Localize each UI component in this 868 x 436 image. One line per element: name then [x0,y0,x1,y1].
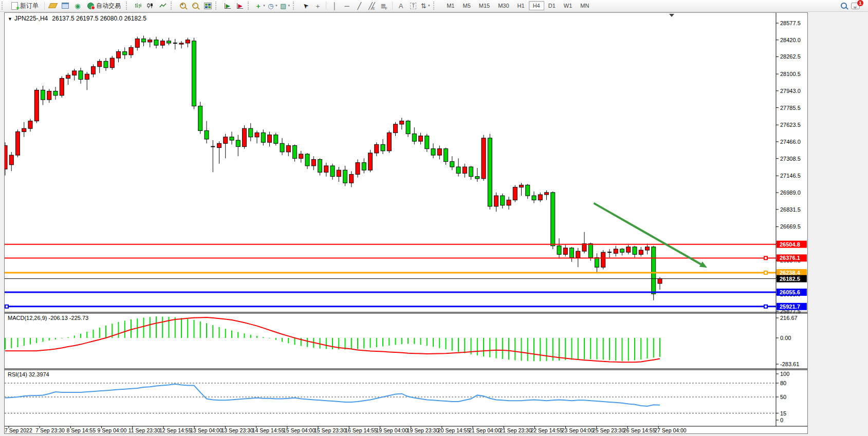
price-line-label: 25921.7 [780,304,800,310]
search-button[interactable] [838,1,850,10]
candle-body [513,187,517,200]
notifications-button[interactable]: 1 [850,1,868,10]
candle-body [192,41,196,106]
periods-icon: ◷ [268,3,273,9]
text-tool-button[interactable]: A [395,1,407,10]
timeframe-MN[interactable]: MN [576,1,593,10]
candle-body [406,121,410,134]
line-handle[interactable] [764,305,767,308]
new-order-button[interactable]: 新订单 [8,0,42,11]
auto-trading-button[interactable]: 自动交易 [84,0,124,11]
terminal-button[interactable] [59,1,71,10]
timeframe-M1[interactable]: M1 [442,1,458,10]
templates-button[interactable]: ▨▼ [279,1,291,10]
trend-arrow[interactable] [594,203,700,264]
templates-icon: ▨ [280,3,286,9]
candle-body [538,195,542,200]
candle-body [626,247,631,252]
chart-shift-marker[interactable] [669,14,674,17]
fibonacci-sub-label: F [385,7,387,10]
toolbar-grip[interactable] [126,2,130,10]
broadcast-button[interactable]: ◉ [71,1,84,10]
arrows-tool-button[interactable]: ⇅▼ [419,1,432,10]
toolbar-grip[interactable] [2,2,5,10]
candle-body [557,246,561,255]
candle-body [305,154,309,166]
candle-body [520,185,524,187]
candle-body [85,74,89,79]
vertical-line-button[interactable]: │ [328,1,341,10]
candle-body [488,138,492,206]
time-axis-label: 19 Sep 23:30 [407,427,439,433]
crosshair-button[interactable]: ＋ [311,1,324,10]
auto-scroll-button[interactable]: ▶ [221,1,234,10]
timeframe-toolbar: M1M5M15M30H1H4D1W1MN [442,1,593,10]
indicators-icon: ＋ [255,3,262,9]
candle-body [387,132,391,150]
time-axis-label: 9 Sep 04:00 [98,427,127,433]
candlestick-chart-button[interactable] [144,1,157,10]
candle-body [576,251,580,257]
timeframe-M30[interactable]: M30 [494,1,513,10]
time-axis-label: 26 Sep 14:55 [623,427,656,433]
chart-canvas[interactable]: 28577.528420.028262.528100.527943.027785… [5,13,807,433]
candle-body [582,244,586,252]
toolbar-grip[interactable] [293,2,297,10]
timeframe-H4[interactable]: H4 [529,1,544,10]
candle-body [394,124,398,133]
candle-body [117,52,121,58]
time-axis-label: 13 Sep 04:00 [190,427,223,433]
channel-button[interactable]: ╱╱E [365,1,378,10]
candle-body [72,71,77,75]
bar-chart-button[interactable] [132,1,144,10]
candle-body [280,143,284,152]
line-handle[interactable] [764,256,767,259]
time-axis-label: 14 Sep 14:55 [252,427,285,433]
candle-body [456,167,460,173]
toolbar-grip[interactable] [433,2,437,10]
time-axis-label: 12 Sep 14:55 [159,427,192,433]
tile-windows-icon [204,3,212,9]
text-label-button[interactable]: T [407,1,419,10]
chart-shift-button[interactable]: ▶ [234,1,246,10]
candle-body [236,140,240,146]
line-chart-button[interactable] [157,1,169,10]
candle-body [318,159,322,172]
market-watch-icon [48,3,58,8]
candle-body [570,248,574,258]
candle-body [142,39,146,42]
timeframe-M15[interactable]: M15 [475,1,494,10]
horizontal-line-button[interactable]: ─ [341,1,353,10]
toolbar-grip[interactable] [248,2,251,10]
zoom-out-button[interactable]: - [189,1,201,10]
toolbar-grip[interactable] [215,2,219,10]
zoom-in-button[interactable]: + [177,1,189,10]
timeframe-M5[interactable]: M5 [458,1,474,10]
line-handle[interactable] [5,305,8,308]
candle-body [79,71,83,80]
price-line-label: 26504.8 [780,241,800,248]
rsi-line [5,384,660,406]
search-icon [841,3,847,9]
timeframe-W1[interactable]: W1 [560,1,577,10]
tile-windows-button[interactable] [201,1,214,10]
trendline-button[interactable]: ╱ [353,1,365,10]
candle-body [9,155,13,165]
periods-button[interactable]: ◷▼ [267,1,279,10]
candle-body [532,196,536,200]
toolbar-grip[interactable] [171,2,174,10]
line-handle[interactable] [764,271,767,274]
indicators-button[interactable]: ＋▼ [254,1,267,10]
fibonacci-button[interactable]: ≣F [378,1,390,10]
market-watch-button[interactable] [47,1,59,10]
timeframe-H1[interactable]: H1 [513,1,529,10]
candle-body [551,193,555,246]
timeframe-D1[interactable]: D1 [544,1,560,10]
auto-trading-label: 自动交易 [96,2,121,10]
candle-body [243,128,247,146]
candle-body [5,145,7,169]
candle-body [135,39,139,48]
candle-body [601,252,605,267]
cursor-button[interactable]: ➤ [299,1,311,10]
broadcast-icon: ◉ [75,3,80,9]
